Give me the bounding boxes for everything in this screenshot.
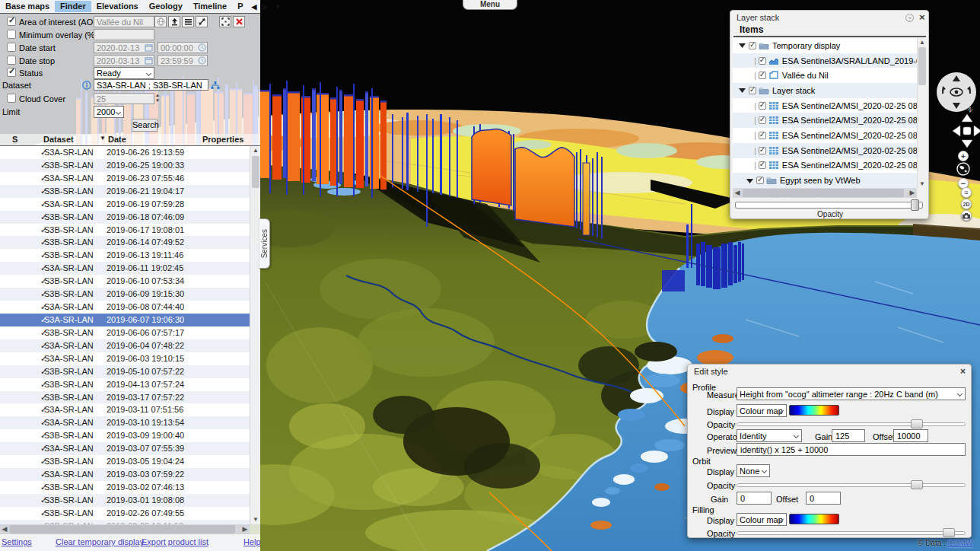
scroll-up-arrow[interactable]: ▲ xyxy=(250,146,261,155)
filling-colour-map-swatch[interactable] xyxy=(789,514,839,524)
layer-checkbox[interactable] xyxy=(759,102,766,110)
caret-down-icon[interactable] xyxy=(746,177,753,184)
aoi-upload-button[interactable] xyxy=(168,16,180,27)
orbit-display-select[interactable]: None xyxy=(737,464,770,477)
table-row[interactable]: ✓S3B-SR-LAN2019-06-14 07:49:52 xyxy=(0,236,250,249)
export-product-list-link[interactable]: Export product list xyxy=(142,537,208,546)
operator-select[interactable]: Identity xyxy=(737,429,802,442)
table-row[interactable]: ✓S3B-SR-LAN2019-03-01 19:08:08 xyxy=(0,494,250,507)
date-start-checkbox[interactable] xyxy=(7,43,16,52)
profile-opacity-slider[interactable] xyxy=(737,422,966,426)
table-row[interactable]: ✓S3B-SR-LAN2019-06-13 19:11:46 xyxy=(0,249,250,262)
aoi-checkbox[interactable] xyxy=(7,17,16,26)
pan-control[interactable] xyxy=(953,114,980,149)
layer-list-button[interactable]: ≡ xyxy=(961,187,972,198)
menu-forward-arrow[interactable]: ▶ xyxy=(259,3,271,11)
cloud-cover-spinner[interactable]: ▲▼ xyxy=(155,93,161,104)
help-icon[interactable]: ? xyxy=(905,14,914,22)
table-row[interactable]: ✓S3B-SR-LAN2019-03-02 07:46:13 xyxy=(0,481,250,494)
measure-select[interactable]: Height from "ocog" altimeter range : 20H… xyxy=(737,387,966,400)
aoi-draw-button[interactable] xyxy=(196,16,208,27)
layer-tree-item[interactable]: |ESA Sentinel2A/MSI_2020-02-25 08:19:21 xyxy=(733,98,917,113)
cgmw-link[interactable]: CGMW xyxy=(948,539,973,547)
table-row[interactable]: ✓S3A-SR-LAN2019-03-03 07:59:22 xyxy=(0,468,250,481)
table-row[interactable]: ✓S3A-SR-LAN2019-06-08 07:44:40 xyxy=(0,301,250,314)
table-row[interactable]: ✓S3B-SR-LAN2019-06-17 19:08:01 xyxy=(0,224,250,237)
scrollbar-thumb[interactable] xyxy=(10,525,235,533)
table-horizontal-scrollbar[interactable]: ◀ ▶ xyxy=(0,524,250,534)
layer-tree-item[interactable]: Layer stack xyxy=(733,83,917,98)
table-row[interactable]: ✓S3B-SR-LAN2019-06-10 07:53:34 xyxy=(0,275,250,288)
menu-tab-base-maps[interactable]: Base maps xyxy=(0,1,55,12)
table-row[interactable]: ✓S3A-SR-LAN2019-06-04 07:48:22 xyxy=(0,339,250,352)
settings-link[interactable]: Settings xyxy=(2,537,32,546)
layer-checkbox[interactable] xyxy=(759,72,766,79)
tree-vertical-scrollbar[interactable]: ▲ ▼ xyxy=(917,38,927,188)
orbit-offset-input[interactable]: 0 xyxy=(806,492,841,505)
status-select[interactable]: Ready xyxy=(94,67,154,79)
close-icon[interactable]: × xyxy=(919,11,925,23)
filling-display-select[interactable]: Colour map xyxy=(737,513,787,526)
scrollbar-thumb[interactable] xyxy=(918,47,926,85)
tree-horizontal-scrollbar[interactable]: ◀ ▶ xyxy=(733,188,917,198)
dataset-tree-icon[interactable] xyxy=(211,81,220,90)
menu-tab-elevations[interactable]: Elevations xyxy=(91,1,144,12)
table-row[interactable]: ✓S3A-SR-LAN2019-06-07 19:06:30 xyxy=(0,314,250,326)
layer-checkbox[interactable] xyxy=(749,87,756,94)
cloud-cover-checkbox[interactable] xyxy=(7,94,16,103)
scrollbar-thumb[interactable] xyxy=(252,156,259,188)
col-header-properties[interactable]: Properties xyxy=(202,135,243,144)
table-row[interactable]: ✓S3A-SR-LAN2019-06-26 19:13:59 xyxy=(0,146,250,159)
table-row[interactable]: ✓S3B-SR-LAN2019-06-18 07:46:09 xyxy=(0,211,250,224)
layer-tree[interactable]: Temporary display|ESA Sentinel3A/SRAL/LA… xyxy=(733,38,917,198)
caret-down-icon[interactable] xyxy=(739,42,746,49)
layer-checkbox[interactable] xyxy=(749,42,756,49)
profile-gain-input[interactable]: 125 xyxy=(832,429,865,442)
scroll-right-arrow[interactable]: ▶ xyxy=(908,188,917,198)
layer-tree-item[interactable]: |ESA Sentinel3A/SRAL/LAND_2019-06-07 19:… xyxy=(733,53,917,68)
menu-tab-p[interactable]: P xyxy=(232,1,248,12)
table-vertical-scrollbar[interactable]: ▲ ▼ xyxy=(250,146,260,524)
layer-tree-item[interactable]: |ESA Sentinel2A/MSI_2020-02-25 08:19:21 xyxy=(733,113,917,128)
scroll-left-arrow[interactable]: ◀ xyxy=(0,524,9,534)
scroll-down-arrow[interactable]: ▼ xyxy=(250,515,261,524)
table-row[interactable]: ✓S3A-SR-LAN2019-06-19 07:59:28 xyxy=(0,198,250,211)
table-row[interactable]: ✓S3A-SR-LAN2019-06-11 19:02:45 xyxy=(0,262,250,275)
table-row[interactable]: ✓S3B-SR-LAN2019-03-09 19:00:40 xyxy=(0,429,250,442)
profile-display-select[interactable]: Colour map xyxy=(737,404,787,417)
preview-input[interactable]: identity() x 125 + 10000 xyxy=(737,443,966,456)
col-header-dataset[interactable]: Dataset xyxy=(43,135,74,144)
menu-dropdown-arrow[interactable]: ▼ xyxy=(271,3,284,11)
opacity-slider[interactable] xyxy=(735,202,923,209)
layer-tree-item[interactable]: |ESA Sentinel2A/MSI_2020-02-25 08:19:21 xyxy=(733,128,917,143)
table-row[interactable]: ✓S3B-SR-LAN2019-03-05 19:04:24 xyxy=(0,455,250,468)
menu-tab-finder[interactable]: Finder xyxy=(55,1,91,12)
services-tab[interactable]: Services xyxy=(259,218,270,269)
globe-reset-button[interactable] xyxy=(956,162,970,176)
limit-select[interactable]: 2000 xyxy=(94,106,124,118)
layer-tree-item[interactable]: Egypt seen by VtWeb xyxy=(733,173,917,188)
layer-tree-item[interactable]: Temporary display xyxy=(733,38,917,53)
table-row[interactable]: ✓S3B-SR-LAN2019-06-09 19:15:30 xyxy=(0,288,250,301)
table-row[interactable]: ✓S3B-SR-LAN2019-05-10 07:57:22 xyxy=(0,365,250,378)
menu-tab-timeline[interactable]: Timeline xyxy=(188,1,232,12)
scroll-right-arrow[interactable]: ▶ xyxy=(240,524,250,534)
orbit-opacity-slider[interactable] xyxy=(737,483,966,487)
table-row[interactable]: ✓S3B-SR-LAN2019-04-13 07:57:24 xyxy=(0,378,250,391)
col-header-date[interactable]: Date xyxy=(108,135,126,144)
date-stop-checkbox[interactable] xyxy=(7,56,16,65)
layer-checkbox[interactable] xyxy=(759,132,766,139)
clear-temporary-display-link[interactable]: Clear temporary display xyxy=(56,537,144,546)
table-row[interactable]: ✓S3B-SR-LAN2019-03-17 07:57:22 xyxy=(0,391,250,404)
layer-checkbox[interactable] xyxy=(756,177,764,184)
profile-opacity-thumb[interactable] xyxy=(911,419,923,428)
search-button[interactable]: Search xyxy=(132,119,158,132)
table-row[interactable]: ✓S3A-SR-LAN2019-06-23 07:55:46 xyxy=(0,172,250,185)
profile-offset-input[interactable]: 10000 xyxy=(893,429,928,442)
menu-button[interactable]: Menu xyxy=(463,0,517,10)
aoi-globe-button[interactable] xyxy=(154,16,167,27)
menu-back-arrow[interactable]: ◀ xyxy=(249,3,260,11)
results-table[interactable]: ✓S3A-SR-LAN2019-06-26 19:13:59✓S3B-SR-LA… xyxy=(0,146,250,533)
zoom-in-button[interactable]: + xyxy=(958,151,969,161)
aoi-input[interactable]: Vallée du Nil xyxy=(94,16,154,27)
